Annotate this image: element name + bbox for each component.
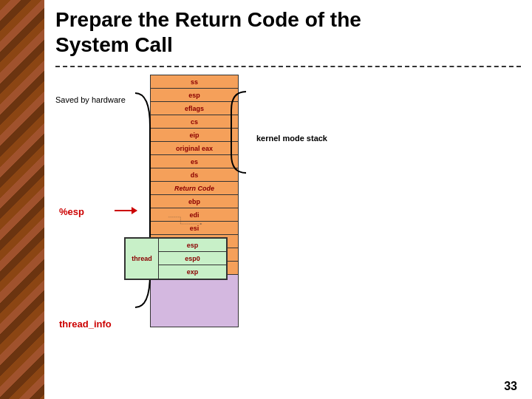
stack-cell-edi: edi [151,208,238,222]
page-number: 33 [504,380,517,393]
stack-bottom [151,275,238,327]
esp-arrow [115,210,137,211]
stack-cell-cs: cs [151,115,238,129]
thread-info-inner: thread esp esp0 exp [126,239,226,279]
stack-cell-original-eax: original eax [151,142,238,155]
title-line2: System Call [55,33,173,56]
thread-cell-exp: exp [159,265,226,279]
stack-cell-eflags: eflags [151,102,238,115]
stack-cell-eip: eip [151,129,238,142]
main-content: Prepare the Return Code of the System Ca… [44,0,532,399]
thread-label: thread [126,239,159,279]
thread-info-label: thread_info [59,318,112,330]
thread-text: thread [132,255,152,262]
stack-cell-es: es [151,155,238,168]
title-line1: Prepare the Return Code of the [55,8,361,31]
slide-title: Prepare the Return Code of the System Ca… [55,7,521,57]
left-labels: Saved by hardware %esp thread_info [55,75,137,327]
stack-cell-ebp: ebp [151,195,238,208]
thread-cell-esp: esp [159,239,226,252]
thread-stack-cells: esp esp0 exp [159,239,226,279]
thread-info-box: thread esp esp0 exp [124,237,228,280]
kernel-mode-stack-label: kernel mode stack [256,134,327,143]
esp-label: %esp [59,206,84,217]
stack-cell-esi: esi [151,222,238,235]
thread-cell-esp0: esp0 [159,252,226,265]
separator [55,66,521,67]
stack-cell-ss: ss [151,75,238,89]
stack-column: ss esp eflags cs eip original eax es ds … [150,75,239,327]
stack-cell-ds: ds [151,168,238,182]
decorative-border [0,0,44,399]
stack-cell-esp: esp [151,89,238,102]
stack-cell-return-code: Return Code [151,182,238,195]
saved-by-hardware-label: Saved by hardware [55,95,126,104]
diagram-area: Saved by hardware %esp thread_info ss es… [55,75,521,327]
